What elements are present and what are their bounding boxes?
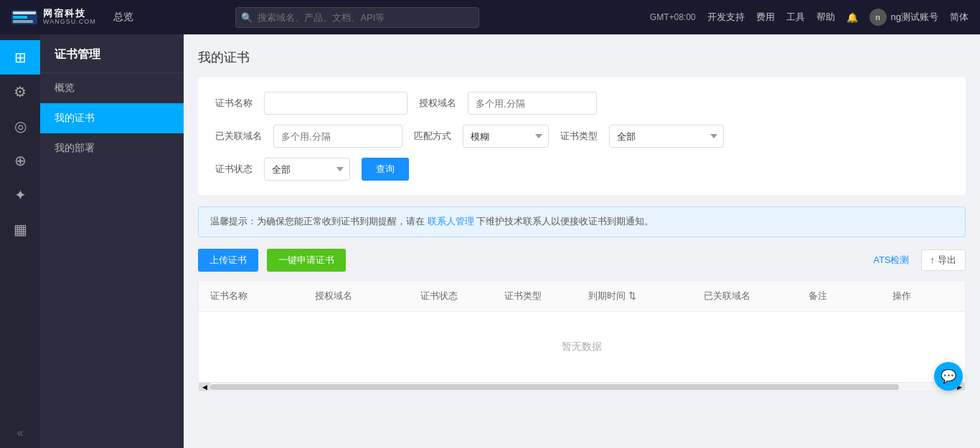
linked-domain-label: 已关联域名 <box>215 130 262 143</box>
th-expire-time[interactable]: 到期时间 ⇅ <box>577 281 692 311</box>
logo: 网宿科技 WANGSU.COM <box>11 7 96 27</box>
search-icon: 🔍 <box>241 12 253 23</box>
notice-box: 温馨提示：为确保您能正常收到证书到期提醒，请在 联系人管理 下维护技术联系人以便… <box>198 206 966 237</box>
scrollbar-thumb[interactable] <box>210 384 899 390</box>
cert-type-label: 证书类型 <box>560 130 598 143</box>
th-note: 备注 <box>797 281 881 311</box>
settings-icon: ⚙ <box>14 83 27 100</box>
cert-status-select[interactable]: 全部 正常 即将过期 已过期 <box>264 158 350 181</box>
left-nav-panel: 证书管理 概览 我的证书 我的部署 <box>40 34 184 448</box>
sidebar-item-grid[interactable]: ▦ <box>0 212 40 247</box>
sidebar-item-dashboard[interactable]: ⊞ <box>0 40 40 75</box>
add-icon: ⊕ <box>14 152 27 169</box>
logo-company: 网宿科技 <box>43 9 96 19</box>
action-right: ATS检测 ↑ 导出 <box>873 249 966 271</box>
logo-icon <box>11 7 37 27</box>
table-scrollbar[interactable]: ◀ ▶ <box>199 382 965 391</box>
float-chat-button[interactable]: 💬 <box>934 362 963 391</box>
filter-row-1: 证书名称 授权域名 <box>215 92 948 115</box>
username-label: ng测试账号 <box>891 11 938 24</box>
query-button[interactable]: 查询 <box>362 158 409 181</box>
th-cert-name: 证书名称 <box>199 281 303 311</box>
chat-icon: 💬 <box>941 368 956 384</box>
nav-item-my-deploy[interactable]: 我的部署 <box>40 133 184 163</box>
notice-link[interactable]: 联系人管理 <box>428 216 474 227</box>
nav-item-overview[interactable]: 概览 <box>40 73 184 103</box>
search-bar: 🔍 <box>235 7 479 28</box>
auth-domain-input[interactable] <box>468 92 597 115</box>
filter-row-2: 已关联域名 匹配方式 模糊 精确 证书类型 全部 DV OV EV <box>215 125 948 148</box>
th-auth-domain: 授权域名 <box>303 281 408 311</box>
ats-check-link[interactable]: ATS检测 <box>873 254 909 267</box>
data-table: 证书名称 授权域名 证书状态 证书类型 到期时间 ⇅ 已关联域名 备注 操作 暂… <box>198 280 966 391</box>
top-navbar: 网宿科技 WANGSU.COM 总览 🔍 GMT+08:00 开发支持 费用 工… <box>0 0 980 34</box>
grid-icon: ▦ <box>14 221 27 238</box>
apply-cert-button[interactable]: 一键申请证书 <box>267 249 346 272</box>
sidebar-collapse-btn[interactable]: « <box>0 426 40 448</box>
logo-text: 网宿科技 WANGSU.COM <box>43 9 96 26</box>
filter-card: 证书名称 授权域名 已关联域名 匹配方式 模糊 精确 证书类型 全部 DV OV <box>198 77 966 195</box>
cert-status-label: 证书状态 <box>215 163 253 176</box>
notice-prefix: 温馨提示：为确保您能正常收到证书到期提醒，请在 <box>210 216 425 227</box>
th-actions: 操作 <box>881 281 965 311</box>
nav-menu-overview[interactable]: 总览 <box>113 11 133 24</box>
th-linked-domain: 已关联域名 <box>692 281 797 311</box>
cert-type-select[interactable]: 全部 DV OV EV <box>609 125 724 148</box>
sidebar-item-star[interactable]: ✦ <box>0 178 40 212</box>
left-panel-title: 证书管理 <box>40 34 184 73</box>
dashboard-icon: ⊞ <box>14 49 27 66</box>
th-cert-status: 证书状态 <box>409 281 493 311</box>
user-avatar-wrap[interactable]: n ng测试账号 <box>870 9 938 26</box>
scroll-left-arrow[interactable]: ◀ <box>199 383 210 391</box>
page-title: 我的证书 <box>198 49 966 66</box>
collapse-icon: « <box>17 426 24 439</box>
export-label: 导出 <box>938 254 956 267</box>
auth-domain-label: 授权域名 <box>419 97 456 110</box>
upload-cert-button[interactable]: 上传证书 <box>198 249 258 272</box>
language-switch[interactable]: 简体 <box>950 11 969 24</box>
search-input[interactable] <box>235 7 479 28</box>
action-row: 上传证书 一键申请证书 ATS检测 ↑ 导出 <box>198 249 966 272</box>
filter-row-3: 证书状态 全部 正常 即将过期 已过期 查询 <box>215 158 948 181</box>
cert-name-input[interactable] <box>264 92 407 115</box>
logo-domain: WANGSU.COM <box>43 19 96 26</box>
match-method-select[interactable]: 模糊 精确 <box>463 125 549 148</box>
svg-rect-2 <box>13 16 27 19</box>
notice-suffix: 下维护技术联系人以便接收证书到期通知。 <box>476 216 654 227</box>
linked-domain-input[interactable] <box>273 125 402 148</box>
help-link[interactable]: 帮助 <box>816 11 835 24</box>
sort-icon: ⇅ <box>628 290 636 301</box>
table-empty-message: 暂无数据 <box>199 312 965 382</box>
table-header: 证书名称 授权域名 证书状态 证书类型 到期时间 ⇅ 已关联域名 备注 操作 <box>199 281 965 312</box>
nav-item-my-cert[interactable]: 我的证书 <box>40 103 184 133</box>
tools-link[interactable]: 工具 <box>786 11 805 24</box>
export-icon: ↑ <box>930 254 936 265</box>
sidebar: ⊞ ⚙ ◎ ⊕ ✦ ▦ « <box>0 34 40 448</box>
top-nav-right: GMT+08:00 开发支持 费用 工具 帮助 🔔 n ng测试账号 简体 <box>650 9 969 26</box>
star-icon: ✦ <box>14 186 27 204</box>
notification-icon[interactable]: 🔔 <box>847 12 858 23</box>
sidebar-item-add[interactable]: ⊕ <box>0 143 40 178</box>
sidebar-item-monitor[interactable]: ◎ <box>0 109 40 143</box>
match-method-label: 匹配方式 <box>414 130 451 143</box>
svg-rect-3 <box>13 20 33 23</box>
avatar: n <box>870 9 887 26</box>
main-layout: ⊞ ⚙ ◎ ⊕ ✦ ▦ « 证书管理 概览 我的证书 我的部署 我的证书 <box>0 34 980 448</box>
content-area: 我的证书 证书名称 授权域名 已关联域名 匹配方式 模糊 精确 证书类型 <box>184 34 980 448</box>
sidebar-item-settings[interactable]: ⚙ <box>0 75 40 109</box>
th-cert-type: 证书类型 <box>493 281 577 311</box>
fees-link[interactable]: 费用 <box>756 11 775 24</box>
dev-support-link[interactable]: 开发支持 <box>707 11 745 24</box>
monitor-icon: ◎ <box>14 118 27 135</box>
svg-rect-1 <box>13 11 36 14</box>
timezone-label: GMT+08:00 <box>650 12 696 22</box>
cert-name-label: 证书名称 <box>215 97 253 110</box>
export-button[interactable]: ↑ 导出 <box>921 249 966 271</box>
